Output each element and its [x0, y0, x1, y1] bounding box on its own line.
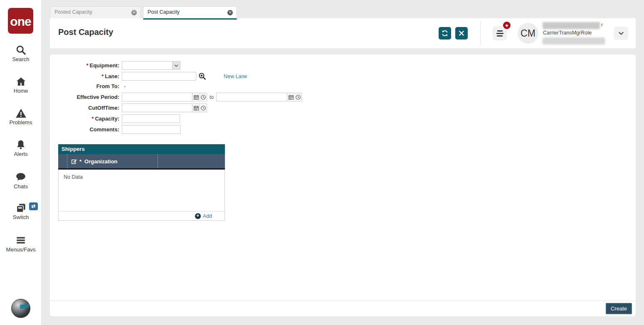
clock-icon[interactable] — [294, 93, 301, 101]
organization-column-header[interactable]: * Organization — [67, 154, 158, 168]
chevron-down-icon[interactable] — [172, 62, 180, 69]
content-card: *Equipment: *Lane: New Lane Fr — [50, 54, 636, 316]
notification-star-badge: ★ — [502, 21, 511, 30]
equipment-select[interactable] — [122, 61, 180, 70]
plus-circle-icon[interactable]: + — [195, 213, 201, 219]
edit-icon — [71, 158, 78, 165]
user-role: CarrierTransMgrRole — [543, 30, 592, 36]
effective-period-label: Effective Period: — [50, 94, 121, 100]
warning-triangle-icon — [0, 107, 42, 119]
empty-column-header — [158, 154, 225, 168]
cutofftime-row: CutOffTime: — [50, 103, 302, 112]
tab-label: Post Capacity — [148, 9, 180, 15]
close-icon — [459, 30, 464, 36]
clock-icon[interactable] — [200, 93, 207, 101]
calendar-icon[interactable] — [192, 103, 200, 112]
comments-row: Comments: — [50, 125, 302, 134]
one-network-logo[interactable]: one — [8, 8, 33, 34]
shippers-add-row: + Add — [58, 211, 225, 221]
user-org-redacted — [543, 37, 605, 44]
shippers-panel: Shippers * Organization No Data + Add — [58, 144, 225, 221]
sidebar-item-menus-favs[interactable]: Menus/Favs — [0, 234, 42, 253]
cutofftime-label: CutOffTime: — [50, 105, 121, 111]
sidebar-item-label: Search — [0, 56, 42, 62]
required-marker: * — [86, 62, 88, 69]
comments-label: Comments: — [50, 126, 121, 133]
lane-label: Lane: — [105, 73, 119, 79]
refresh-icon — [441, 30, 449, 37]
bell-icon — [0, 139, 42, 150]
switch-badge-icon[interactable]: ⇄ — [29, 202, 38, 210]
effective-period-start-input[interactable] — [122, 93, 192, 101]
sidebar-item-alerts[interactable]: Alerts — [0, 139, 42, 157]
user-avatar[interactable]: CM — [518, 23, 538, 44]
sidebar-item-label: Chats — [0, 183, 42, 190]
effective-period-end-input[interactable] — [216, 93, 287, 101]
user-name-visible-char: r — [601, 22, 603, 28]
calendar-icon[interactable] — [192, 93, 200, 101]
sidebar: one Search Home Problems Alerts — [0, 0, 42, 325]
equipment-select-value[interactable] — [122, 62, 172, 69]
no-data-text: No Data — [64, 174, 83, 180]
refresh-button[interactable] — [439, 27, 451, 39]
new-lane-link[interactable]: New Lane — [224, 74, 247, 79]
sidebar-item-search[interactable]: Search — [0, 44, 42, 62]
to-label: to — [210, 94, 214, 100]
sidebar-item-label: Switch — [0, 214, 42, 220]
equipment-row: *Equipment: — [50, 61, 302, 70]
sidebar-item-label: Home — [0, 88, 42, 94]
page-header: Post Capacity ★ CM r CarrierTransMgrRole — [50, 18, 636, 48]
search-icon — [0, 44, 42, 56]
app-root: one Search Home Problems Alerts — [0, 0, 644, 325]
close-page-button[interactable] — [455, 27, 468, 39]
user-name-redacted — [543, 22, 600, 29]
lane-row: *Lane: New Lane — [50, 72, 302, 81]
tab-post-capacity[interactable]: Post Capacity ✕ — [143, 6, 237, 20]
chevron-down-icon — [618, 30, 624, 37]
cutofftime-input[interactable] — [122, 103, 192, 112]
sidebar-item-home[interactable]: Home — [0, 76, 42, 94]
calendar-icon[interactable] — [287, 93, 294, 101]
capacity-row: *Capacity: — [50, 114, 302, 123]
comments-input[interactable] — [122, 125, 180, 134]
shippers-panel-title: Shippers — [58, 144, 225, 154]
card-footer: Create — [50, 300, 636, 316]
post-capacity-form: *Equipment: *Lane: New Lane Fr — [50, 61, 302, 136]
user-menu-button[interactable] — [614, 27, 628, 40]
from-to-row: From To: - — [50, 83, 302, 90]
sidebar-item-problems[interactable]: Problems — [0, 107, 42, 126]
shippers-empty-state: No Data — [58, 170, 225, 211]
from-to-label: From To: — [50, 83, 121, 89]
home-icon — [0, 76, 42, 87]
lane-lookup-icon[interactable] — [198, 72, 206, 80]
header-divider — [480, 22, 481, 45]
create-button[interactable]: Create — [606, 303, 632, 314]
sidebar-item-label: Problems — [0, 119, 42, 126]
assistant-avatar-icon[interactable] — [11, 299, 30, 318]
page-title: Post Capacity — [58, 27, 113, 37]
list-icon — [497, 30, 503, 32]
tab-close-icon[interactable]: ✕ — [131, 10, 137, 15]
sidebar-item-label: Menus/Favs — [0, 246, 42, 253]
chat-bubble-icon — [0, 171, 42, 183]
clock-icon[interactable] — [200, 103, 207, 112]
capacity-label: Capacity: — [95, 116, 119, 122]
lane-input[interactable] — [122, 72, 196, 81]
add-shipper-link[interactable]: Add — [203, 213, 212, 219]
capacity-input[interactable] — [122, 114, 180, 123]
equipment-label: Equipment: — [90, 62, 120, 69]
hamburger-icon — [0, 234, 42, 246]
sidebar-item-chats[interactable]: Chats — [0, 171, 42, 190]
effective-period-row: Effective Period: to — [50, 93, 302, 101]
tab-label: Posted Capacity — [54, 9, 92, 15]
sidebar-item-label: Alerts — [0, 151, 42, 157]
shippers-column-header-row: * Organization — [58, 154, 225, 170]
from-to-value: - — [124, 83, 126, 89]
tab-close-icon[interactable]: ✕ — [227, 10, 233, 15]
tab-posted-capacity[interactable]: Posted Capacity ✕ — [50, 6, 141, 18]
